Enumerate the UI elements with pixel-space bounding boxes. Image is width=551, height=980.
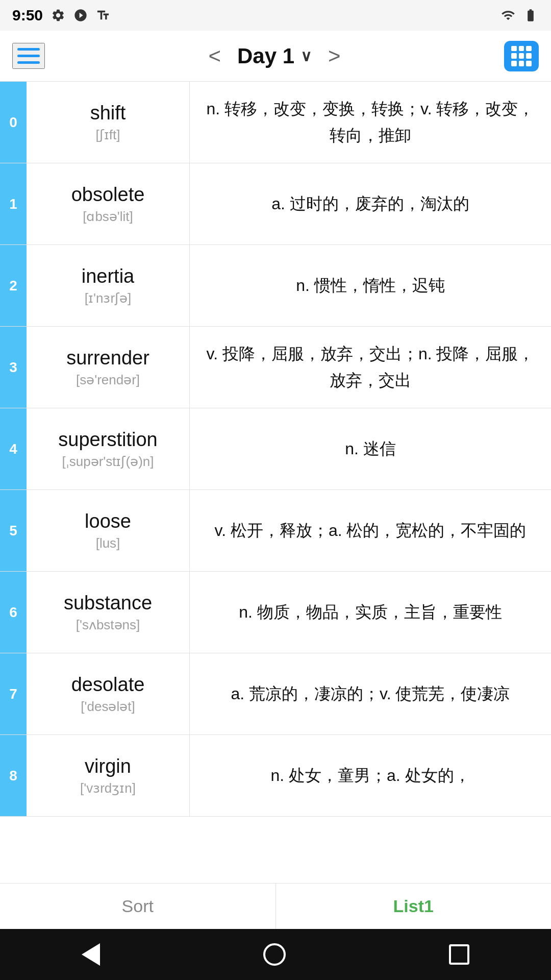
text-icon (96, 8, 110, 22)
word-index: 6 (0, 572, 27, 653)
word-definition: n. 转移，改变，变换，转换；v. 转移，改变，转向，推卸 (190, 82, 551, 163)
next-day-button[interactable]: > (328, 45, 341, 67)
word-cell: superstition[ˌsupər'stɪʃ(ə)n] (27, 408, 190, 489)
word-index: 0 (0, 82, 27, 163)
word-text: shift (90, 102, 126, 124)
word-cell: substance['sʌbstəns] (27, 572, 190, 653)
status-time: 9:50 (12, 7, 43, 24)
word-index: 4 (0, 408, 27, 489)
word-phonetic: ['desələt] (81, 699, 135, 715)
day-title[interactable]: Day 1 ∨ (237, 44, 312, 68)
chevron-down-icon: ∨ (300, 47, 312, 65)
table-row[interactable]: 8virgin['vɜrdʒɪn]n. 处女，童男；a. 处女的， (0, 735, 551, 817)
table-row[interactable]: 3surrender[sə'rendər]v. 投降，屈服，放弃，交出；n. 投… (0, 327, 551, 408)
home-button[interactable] (263, 943, 286, 966)
word-cell: loose[lus] (27, 490, 190, 571)
word-definition: n. 物质，物品，实质，主旨，重要性 (190, 572, 551, 653)
status-bar: 9:50 (0, 0, 551, 31)
word-phonetic: ['vɜrdʒɪn] (80, 780, 136, 796)
word-cell: inertia[ɪ'nɜrʃə] (27, 245, 190, 326)
prev-day-button[interactable]: < (208, 45, 221, 67)
word-phonetic: [sə'rendər] (76, 372, 140, 388)
tab-sort[interactable]: Sort (0, 884, 276, 929)
settings-icon (51, 8, 65, 22)
word-text: surrender (66, 347, 149, 369)
word-cell: shift[ʃɪft] (27, 82, 190, 163)
battery-icon (522, 8, 539, 22)
word-cell: virgin['vɜrdʒɪn] (27, 735, 190, 816)
word-list: 0shift[ʃɪft]n. 转移，改变，变换，转换；v. 转移，改变，转向，推… (0, 82, 551, 883)
table-row[interactable]: 4superstition[ˌsupər'stɪʃ(ə)n]n. 迷信 (0, 408, 551, 490)
table-row[interactable]: 2inertia[ɪ'nɜrʃə]n. 惯性，惰性，迟钝 (0, 245, 551, 327)
word-definition: v. 投降，屈服，放弃，交出；n. 投降，屈服，放弃，交出 (190, 327, 551, 408)
word-definition: a. 荒凉的，凄凉的；v. 使荒芜，使凄凉 (190, 653, 551, 734)
header: < Day 1 ∨ > (0, 31, 551, 82)
word-cell: surrender[sə'rendər] (27, 327, 190, 408)
word-definition: n. 惯性，惰性，迟钝 (190, 245, 551, 326)
word-cell: desolate['desələt] (27, 653, 190, 734)
word-phonetic: [ʃɪft] (96, 127, 120, 143)
word-text: substance (64, 592, 152, 614)
word-text: loose (85, 510, 131, 532)
word-phonetic: [ˌsupər'stɪʃ(ə)n] (62, 454, 154, 470)
word-index: 3 (0, 327, 27, 408)
recent-button[interactable] (449, 944, 469, 965)
recent-icon (449, 944, 469, 965)
word-phonetic: [lus] (96, 535, 120, 551)
word-phonetic: [ɪ'nɜrʃə] (85, 290, 132, 306)
android-nav-bar (0, 929, 551, 980)
word-definition: n. 处女，童男；a. 处女的， (190, 735, 551, 816)
word-index: 5 (0, 490, 27, 571)
word-text: obsolete (71, 184, 145, 206)
back-button[interactable] (82, 943, 100, 966)
word-text: inertia (82, 265, 135, 287)
word-phonetic: ['sʌbstəns] (76, 617, 140, 633)
table-row[interactable]: 5loose[lus]v. 松开，释放；a. 松的，宽松的，不牢固的 (0, 490, 551, 572)
table-row[interactable]: 1obsolete[ɑbsə'lit]a. 过时的，废弃的，淘汰的 (0, 163, 551, 245)
table-row[interactable]: 6substance['sʌbstəns]n. 物质，物品，实质，主旨，重要性 (0, 572, 551, 653)
word-phonetic: [ɑbsə'lit] (83, 209, 133, 225)
home-icon (263, 943, 286, 966)
word-index: 7 (0, 653, 27, 734)
menu-button[interactable] (12, 43, 45, 69)
play-icon (73, 8, 88, 22)
day-navigation: < Day 1 ∨ > (208, 44, 340, 68)
signal-icon (500, 8, 516, 22)
tab-list1[interactable]: List1 (276, 884, 552, 929)
grid-icon (511, 46, 532, 66)
word-definition: a. 过时的，废弃的，淘汰的 (190, 163, 551, 244)
word-index: 2 (0, 245, 27, 326)
word-index: 8 (0, 735, 27, 816)
grid-view-button[interactable] (504, 41, 539, 71)
word-definition: n. 迷信 (190, 408, 551, 489)
back-icon (82, 943, 100, 966)
word-cell: obsolete[ɑbsə'lit] (27, 163, 190, 244)
word-text: desolate (71, 674, 145, 696)
bottom-tab-bar: Sort List1 (0, 883, 551, 929)
word-text: virgin (85, 755, 131, 777)
day-title-text: Day 1 (237, 44, 294, 68)
word-definition: v. 松开，释放；a. 松的，宽松的，不牢固的 (190, 490, 551, 571)
word-index: 1 (0, 163, 27, 244)
table-row[interactable]: 7desolate['desələt]a. 荒凉的，凄凉的；v. 使荒芜，使凄凉 (0, 653, 551, 735)
table-row[interactable]: 0shift[ʃɪft]n. 转移，改变，变换，转换；v. 转移，改变，转向，推… (0, 82, 551, 163)
word-text: superstition (58, 429, 157, 451)
